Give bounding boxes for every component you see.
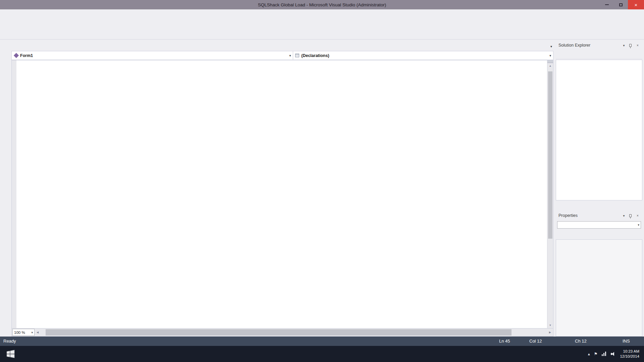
show-hidden-icons-chevron[interactable]: ▴ (588, 352, 590, 356)
scroll-down-icon[interactable]: ▼ (549, 322, 552, 328)
clock-date: 12/10/2014 (620, 354, 639, 359)
chevron-down-icon: ▾ (638, 223, 639, 227)
solution-explorer-toolbar (556, 50, 642, 59)
members-dropdown-value: (Declarations) (301, 53, 329, 58)
splitter-grip[interactable] (547, 60, 553, 63)
window-controls: × (600, 0, 644, 9)
zoom-dropdown[interactable]: 100 % ▾ (12, 329, 35, 336)
editor-navigation-bar: Form1 ▾ (Declarations) ▾ (11, 51, 553, 60)
window-title: SQLShack Global Load - Microsoft Visual … (0, 2, 644, 7)
clock-time: 10:23 AM (620, 349, 639, 354)
status-character: Ch 12 (575, 339, 587, 344)
chevron-down-icon: ▾ (549, 54, 551, 57)
network-icon[interactable] (601, 352, 607, 356)
text-editor-toolbar (0, 29, 644, 40)
properties-header[interactable]: Properties ▾ × (556, 211, 642, 220)
close-panel-icon[interactable]: × (635, 44, 640, 47)
window-position-menu-icon[interactable]: ▾ (621, 44, 627, 47)
types-dropdown[interactable]: Form1 ▾ (12, 51, 293, 60)
vertical-scrollbar[interactable]: ▲ ▼ (547, 60, 553, 328)
class-icon (14, 53, 19, 58)
scroll-up-icon[interactable]: ▲ (549, 63, 552, 69)
menu-bar (0, 9, 644, 18)
maximize-icon (619, 3, 623, 6)
taskbar-clock[interactable]: 10:23 AM 12/10/2014 (620, 349, 639, 359)
status-column: Col 12 (529, 339, 542, 344)
zoom-value: 100 % (14, 330, 25, 335)
tool-window-tabs (556, 200, 642, 210)
close-panel-icon[interactable]: × (635, 214, 640, 218)
close-button[interactable]: × (628, 0, 644, 9)
action-center-flag-icon[interactable]: ⚑ (594, 352, 598, 356)
solution-explorer-title: Solution Explorer (558, 43, 590, 48)
properties-title: Properties (558, 213, 578, 218)
horizontal-scrollbar: 100 % ▾ ◀ ▶ (11, 328, 553, 337)
system-tray: ▴ ⚑ 10:23 AM 12/10/2014 (588, 349, 644, 359)
scroll-left-icon[interactable]: ◀ (35, 331, 41, 334)
window-position-menu-icon[interactable]: ▾ (621, 214, 627, 218)
solution-tree (556, 60, 642, 200)
document-tab-well: ▾ (11, 41, 553, 50)
minimize-icon (605, 4, 609, 5)
scrollbar-track[interactable] (547, 69, 553, 322)
members-dropdown[interactable]: (Declarations) ▾ (293, 51, 553, 60)
chevron-down-icon: ▾ (289, 54, 291, 57)
minimize-button[interactable] (600, 0, 614, 9)
volume-icon[interactable] (611, 352, 616, 356)
right-panel: Solution Explorer ▾ × Properties ▾ × ▾ (556, 41, 642, 337)
pin-icon[interactable] (629, 44, 632, 47)
title-bar[interactable]: SQLShack Global Load - Microsoft Visual … (0, 0, 644, 9)
visual-studio-window: SQLShack Global Load - Microsoft Visual … (0, 0, 644, 362)
status-insert-mode: INS (623, 339, 630, 344)
status-bar: Ready Ln 45 Col 12 Ch 12 INS (0, 337, 644, 346)
standard-toolbar (0, 18, 644, 29)
status-message: Ready (3, 339, 16, 344)
properties-object-dropdown[interactable]: ▾ (557, 221, 641, 229)
code-editor[interactable]: ▲ ▼ (11, 60, 553, 328)
close-icon: × (635, 2, 638, 8)
properties-grid[interactable] (556, 239, 642, 337)
code-surface[interactable] (12, 60, 553, 62)
scrollbar-thumb[interactable] (548, 71, 552, 239)
pin-icon[interactable] (629, 214, 632, 217)
properties-panel: Properties ▾ × ▾ (556, 211, 642, 337)
document-list-dropdown-icon[interactable]: ▾ (550, 45, 552, 48)
solution-explorer-panel: Solution Explorer ▾ × (556, 41, 642, 210)
start-button[interactable] (0, 346, 21, 362)
members-icon (295, 54, 299, 57)
properties-toolbar (556, 230, 642, 239)
solution-explorer-header[interactable]: Solution Explorer ▾ × (556, 41, 642, 50)
editor-zone: ▾ Form1 ▾ (Declarations) ▾ ▲ ▼ (11, 41, 553, 337)
types-dropdown-value: Form1 (20, 53, 33, 58)
scrollbar-track[interactable] (41, 328, 547, 336)
windows-logo-icon (6, 349, 15, 358)
chevron-down-icon: ▾ (31, 331, 33, 334)
scroll-right-icon[interactable]: ▶ (547, 331, 553, 334)
status-line: Ln 45 (499, 339, 510, 344)
scrollbar-thumb[interactable] (46, 329, 512, 336)
left-tool-window-tabs (0, 40, 10, 337)
windows-taskbar: ▴ ⚑ 10:23 AM 12/10/2014 (0, 346, 644, 362)
maximize-button[interactable] (614, 0, 628, 9)
